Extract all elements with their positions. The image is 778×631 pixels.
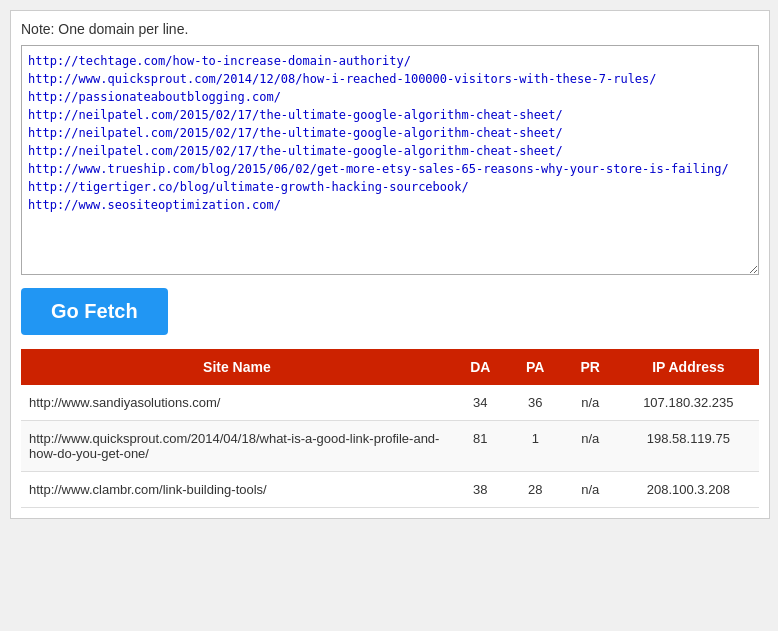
cell-pr: n/a xyxy=(563,385,618,421)
table-header-row: Site Name DA PA PR IP Address xyxy=(21,349,759,385)
col-header-site: Site Name xyxy=(21,349,453,385)
note-text: Note: One domain per line. xyxy=(21,21,759,37)
cell-pr: n/a xyxy=(563,421,618,472)
cell-site-url: http://www.quicksprout.com/2014/04/18/wh… xyxy=(21,421,453,472)
cell-ip: 198.58.119.75 xyxy=(618,421,759,472)
cell-site-url: http://www.sandiyasolutions.com/ xyxy=(21,385,453,421)
col-header-pr: PR xyxy=(563,349,618,385)
cell-da: 38 xyxy=(453,472,508,508)
col-header-ip: IP Address xyxy=(618,349,759,385)
cell-pa: 36 xyxy=(508,385,563,421)
table-row: http://www.sandiyasolutions.com/3436n/a1… xyxy=(21,385,759,421)
cell-pr: n/a xyxy=(563,472,618,508)
cell-da: 34 xyxy=(453,385,508,421)
cell-site-url: http://www.clambr.com/link-building-tool… xyxy=(21,472,453,508)
main-container: Note: One domain per line. Go Fetch Site… xyxy=(10,10,770,519)
url-textarea[interactable] xyxy=(21,45,759,275)
results-table: Site Name DA PA PR IP Address http://www… xyxy=(21,349,759,508)
cell-da: 81 xyxy=(453,421,508,472)
cell-pa: 1 xyxy=(508,421,563,472)
cell-ip: 107.180.32.235 xyxy=(618,385,759,421)
table-body: http://www.sandiyasolutions.com/3436n/a1… xyxy=(21,385,759,508)
go-fetch-button[interactable]: Go Fetch xyxy=(21,288,168,335)
table-row: http://www.quicksprout.com/2014/04/18/wh… xyxy=(21,421,759,472)
col-header-da: DA xyxy=(453,349,508,385)
cell-ip: 208.100.3.208 xyxy=(618,472,759,508)
table-row: http://www.clambr.com/link-building-tool… xyxy=(21,472,759,508)
col-header-pa: PA xyxy=(508,349,563,385)
cell-pa: 28 xyxy=(508,472,563,508)
